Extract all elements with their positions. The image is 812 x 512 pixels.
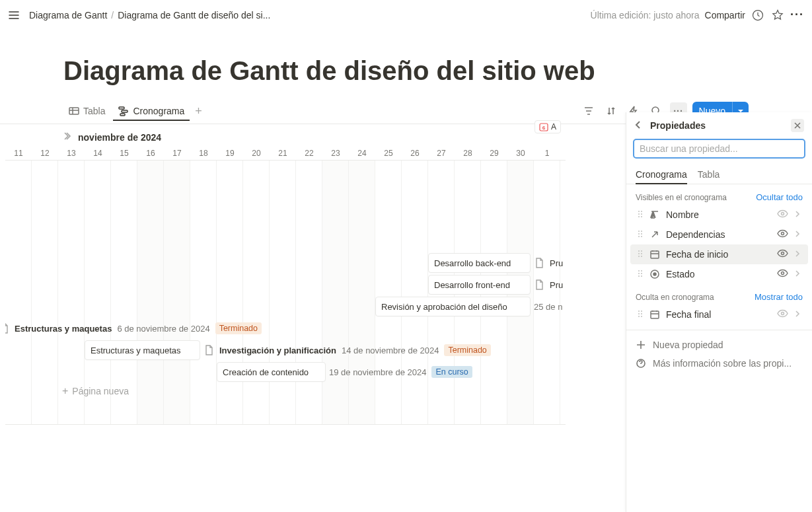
day-29: 29	[481, 149, 507, 158]
bar-content-date: 19 de noviembre de 2024	[329, 367, 426, 377]
new-property-button[interactable]: Nueva propiedad	[626, 336, 812, 354]
bar-review[interactable]: Revisión y aprobación del diseño	[375, 297, 531, 316]
svg-point-17	[641, 231, 642, 232]
svg-point-45	[641, 316, 642, 317]
calendar-icon	[649, 249, 661, 260]
breadcrumb-root[interactable]: Diagrama de Gantt	[29, 10, 107, 20]
bar-backend[interactable]: Desarrollo back-end	[428, 253, 531, 273]
visibility-icon[interactable]	[777, 228, 788, 241]
bar-struct1-lead[interactable]: Estructuras y maquetas 6 de noviembre de…	[5, 318, 262, 338]
page-title[interactable]: Diagrama de Gantt de diseño del sitio we…	[0, 30, 812, 86]
prop-dependencies[interactable]: Dependencias	[630, 225, 808, 244]
share-button[interactable]: Compartir	[705, 10, 745, 20]
hide-all-button[interactable]: Ocultar todo	[756, 192, 803, 202]
svg-point-11	[641, 213, 642, 215]
chevron-right-icon	[794, 229, 801, 240]
bar-frontend-label: Desarrollo front-end	[434, 280, 510, 290]
day-12: 12	[32, 149, 58, 158]
svg-point-39	[782, 272, 784, 275]
new-page-label: Página nueva	[72, 386, 129, 396]
svg-rect-46	[651, 311, 659, 318]
drag-icon[interactable]	[637, 309, 644, 320]
bar-backend-trail[interactable]: Pru	[534, 253, 563, 273]
svg-point-36	[641, 275, 642, 277]
add-view-button[interactable]: +	[192, 102, 205, 120]
prop-end-date[interactable]: Fecha final	[630, 305, 808, 324]
panel-tabs: Cronograma Tabla	[626, 165, 812, 184]
tab-timeline[interactable]: Cronograma	[113, 102, 190, 120]
breadcrumb-separator: /	[111, 10, 114, 20]
bar-review-label: Revisión y aprobación del diseño	[381, 302, 507, 312]
menu-icon[interactable]	[8, 9, 20, 21]
prop-status[interactable]: Estado	[630, 264, 808, 284]
today-button[interactable]: 6 A	[535, 120, 561, 133]
drag-icon[interactable]	[637, 249, 644, 260]
svg-point-43	[641, 313, 642, 314]
more-info-button[interactable]: Más información sobre las propi...	[626, 354, 812, 373]
svg-point-41	[641, 311, 642, 312]
prop-start-label: Fecha de inicio	[666, 249, 772, 260]
bar-struct1-label: Estructuras y maquetas	[15, 324, 112, 334]
svg-rect-4	[120, 114, 125, 116]
drag-icon[interactable]	[637, 209, 644, 221]
topbar: Diagrama de Gantt / Diagrama de Gantt de…	[0, 0, 812, 30]
breadcrumb-page[interactable]: Diagrama de Gantt de diseño del si...	[118, 10, 270, 20]
svg-point-10	[638, 213, 640, 215]
hidden-section-header: Oculta en cronograma Mostrar todo	[626, 284, 812, 305]
bar-research-tag: Terminado	[444, 344, 490, 356]
filter-icon[interactable]	[580, 102, 597, 120]
more-icon[interactable]: ···	[790, 8, 804, 22]
drag-icon[interactable]	[637, 229, 644, 240]
svg-point-8	[638, 211, 640, 212]
svg-rect-1	[69, 108, 79, 114]
show-all-button[interactable]: Mostrar todo	[755, 292, 803, 302]
svg-point-42	[638, 313, 640, 314]
svg-point-44	[638, 316, 640, 317]
bar-frontend-trail[interactable]: Pru	[534, 275, 563, 295]
visibility-icon[interactable]	[777, 308, 788, 321]
chevron-expand-icon[interactable]	[63, 131, 74, 143]
bar-content-tag: En curso	[431, 366, 472, 378]
day-13: 13	[58, 149, 85, 158]
clock-icon[interactable]	[751, 8, 765, 22]
new-page-button[interactable]: + Página nueva	[62, 385, 129, 397]
svg-point-23	[638, 250, 640, 252]
property-search[interactable]	[633, 139, 805, 159]
prop-start-date[interactable]: Fecha de inicio	[630, 244, 808, 264]
visibility-icon[interactable]	[777, 268, 788, 281]
bar-struct2[interactable]: Estructuras y maquetas	[85, 340, 200, 360]
sort-icon[interactable]	[603, 102, 620, 120]
drag-icon[interactable]	[637, 269, 644, 280]
svg-rect-2	[119, 107, 124, 109]
star-icon[interactable]	[770, 8, 785, 22]
visibility-icon[interactable]	[777, 208, 788, 221]
panel-tab-timeline[interactable]: Cronograma	[636, 165, 687, 184]
svg-point-38	[653, 273, 656, 275]
bar-research-trail[interactable]: Investigación y planificación 14 de novi…	[203, 340, 491, 360]
today-label: A	[551, 122, 556, 131]
svg-point-30	[782, 252, 784, 255]
svg-point-26	[641, 253, 642, 254]
bar-frontend[interactable]: Desarrollo front-end	[428, 275, 531, 295]
svg-point-20	[638, 236, 640, 237]
svg-point-15	[782, 213, 784, 215]
prop-name[interactable]: A Nombre	[630, 205, 808, 225]
tab-table[interactable]: Tabla	[63, 102, 110, 120]
bar-content[interactable]: Creación de contenido	[217, 362, 326, 382]
gantt-body[interactable]: Desarrollo back-end Pru Desarrollo front…	[5, 161, 566, 425]
visibility-icon[interactable]	[777, 248, 788, 261]
property-search-input[interactable]	[640, 143, 799, 154]
page-icon	[534, 279, 544, 290]
svg-text:A: A	[651, 211, 655, 219]
day-22: 22	[296, 149, 322, 158]
new-property-label: Nueva propiedad	[653, 340, 723, 350]
chevron-right-icon	[794, 269, 801, 279]
panel-close-button[interactable]	[791, 119, 804, 132]
bar-backend-label: Desarrollo back-end	[434, 258, 511, 268]
chevron-right-icon	[794, 249, 801, 260]
panel-back-button[interactable]	[633, 120, 644, 132]
svg-point-31	[638, 270, 640, 272]
day-1: 1	[534, 149, 560, 158]
panel-tab-table[interactable]: Tabla	[698, 165, 720, 184]
bar-content-trail: 19 de noviembre de 2024 En curso	[329, 362, 472, 382]
